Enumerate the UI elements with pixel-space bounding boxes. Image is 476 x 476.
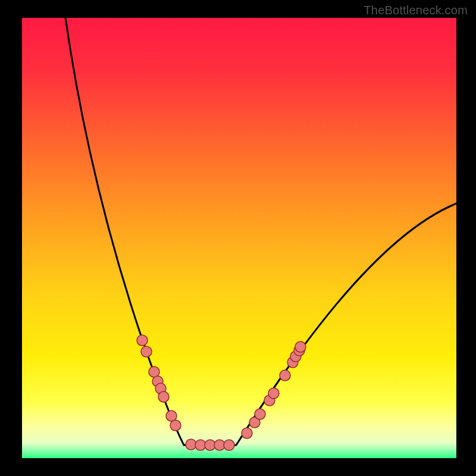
data-marker <box>158 392 169 402</box>
bottleneck-chart <box>22 18 456 458</box>
data-marker <box>242 428 252 439</box>
data-marker <box>224 440 234 450</box>
data-marker <box>280 370 290 381</box>
data-marker <box>186 439 196 450</box>
data-marker <box>141 346 152 357</box>
chart-svg <box>22 18 456 458</box>
data-marker <box>295 342 306 352</box>
data-marker <box>268 388 279 399</box>
data-marker <box>170 420 181 431</box>
data-marker <box>255 409 265 419</box>
gradient-background <box>22 18 456 458</box>
data-marker <box>137 335 148 346</box>
watermark-text: TheBottleneck.com <box>364 4 468 17</box>
